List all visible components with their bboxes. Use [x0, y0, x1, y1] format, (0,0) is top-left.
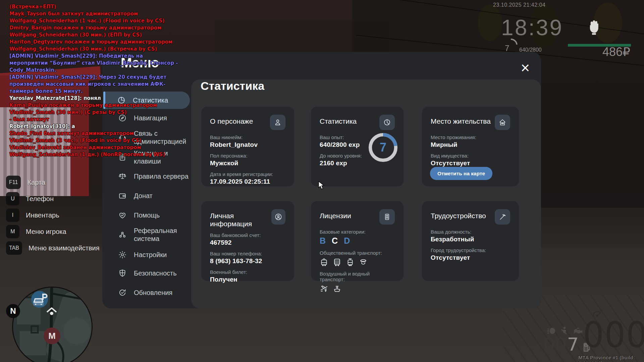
card-licenses: Лицензии Базовые категории: BCD Обществе…: [311, 201, 404, 281]
key-badge: F11: [6, 176, 21, 189]
card-title: Место жительства: [431, 117, 491, 125]
sidebar-item-updates[interactable]: Обновления: [111, 288, 195, 298]
sidebar-item-label: Помощь: [134, 211, 191, 219]
hud-clock: 18:39: [501, 15, 563, 40]
hotkey-label: Меню взаимодействия: [29, 244, 100, 252]
chat-line: [ADMIN] Vladimir_Smash[229]: Через 20 се…: [9, 74, 179, 95]
hotkey-label: Карта: [27, 179, 45, 186]
hotkey-row: MМеню игрока: [6, 225, 100, 238]
card-personal-info: Личная информация Ваш банковский счет:46…: [201, 201, 294, 281]
license-category-B: B: [320, 236, 326, 246]
metro-marker: M: [44, 327, 60, 344]
sidebar-item-label: Безопасность: [134, 269, 191, 277]
field-value: Получен: [210, 276, 285, 283]
card-title: О персонаже: [210, 117, 253, 125]
fuel-counter: 007: [543, 334, 579, 355]
field-label: Вид имущества:: [431, 153, 510, 159]
field-label: Военный билет:: [210, 269, 285, 275]
chat-line: Dmitry_Barigin посажен в тюрьму админист…: [9, 24, 179, 39]
chat-line: Robert_Ignatov[310]: а: [9, 123, 179, 130]
card-title: Статистика: [320, 117, 357, 125]
license-category-D: D: [344, 236, 350, 246]
field-label: Ваш опыт:: [320, 134, 370, 140]
chat-line: Mayk_Tayson был заткнут администратором …: [9, 10, 179, 24]
menu-content: Статистика О персонаже Ваш никнейм:Rober…: [191, 79, 541, 308]
sidebar-item-label: Правила сервера: [134, 172, 191, 180]
field-label: Ваш номер телефона:: [210, 251, 285, 256]
field-value: Отсутствует: [431, 254, 510, 261]
sidebar-item-settings[interactable]: Настройки: [111, 250, 195, 260]
hotkey-label: Меню игрока: [26, 228, 66, 236]
sidebar-item-donate[interactable]: Донат: [111, 191, 195, 201]
trolleybus-icon: [320, 258, 328, 266]
hotkey-row: IИнвентарь: [6, 208, 100, 222]
hotkey-hints: F11КартаUТелефонIИнвентарьMМеню игрокаTA…: [6, 176, 100, 258]
updates-icon: [118, 288, 127, 297]
field-label: Место проживания:: [431, 134, 510, 140]
driver-cap-icon: [359, 258, 368, 266]
sidebar-item-referral[interactable]: Реферальная система: [111, 227, 195, 243]
donate-icon: [118, 191, 127, 200]
chat-line: Hariton_Degtyarev посажен в тюрьму админ…: [9, 39, 179, 53]
card-residence: Место жительства Место проживания:Мирный…: [422, 107, 519, 186]
hotkey-label: Телефон: [26, 195, 54, 203]
key-badge: M: [6, 225, 19, 238]
field-label: Город трудоустройства:: [431, 247, 510, 253]
pie-icon: [383, 118, 391, 126]
plane-icon: [320, 284, 328, 293]
player-house-icon: [46, 306, 58, 317]
person-icon: [274, 118, 282, 126]
license-category-C: C: [332, 236, 338, 246]
server-build-label: MTA Province #1 (build: 6.12420.9): [578, 355, 644, 362]
minimap: M N: [12, 287, 93, 362]
field-label: Ваш никнейм:: [210, 134, 285, 140]
card-character: О персонаже Ваш никнейм:Robert_IgnatovПо…: [201, 107, 294, 186]
referral-icon: [118, 230, 127, 239]
mouse-cursor: [318, 181, 325, 190]
sidebar-item-rules[interactable]: Правила сервера: [111, 171, 195, 181]
field-value: 2160 exp: [320, 160, 370, 167]
hud-money: 486₽: [602, 45, 630, 59]
sidebar-item-label: Донат: [134, 192, 191, 200]
settings-icon: [118, 250, 127, 259]
hotkey-row: TABМеню взаимодействия: [6, 241, 100, 255]
minimap-circle: [12, 287, 93, 362]
air-water-label: Воздушный и водный транспорт:: [320, 271, 395, 282]
chat-line: Kama_Puulya посажен в тюрьму администрат…: [9, 102, 179, 116]
air-water-licenses: [320, 284, 395, 293]
chat-line: [ADMIN] Vladimir_Smash[229]: Победитель …: [9, 53, 179, 74]
license-categories: BCD: [320, 236, 395, 246]
house-icon: [498, 118, 506, 126]
person-circle-icon: [274, 213, 282, 221]
sidebar-item-security[interactable]: Безопасность: [111, 268, 195, 278]
sidebar-item-help[interactable]: Помощь: [111, 210, 195, 220]
key-badge: U: [6, 192, 19, 205]
rules-icon: [118, 172, 127, 181]
game-screen: { "hud": { "datetime": "23.10.2025 21:42…: [0, 0, 644, 362]
public-transport-licenses: [320, 258, 395, 266]
field-value: Мужской: [210, 160, 285, 167]
hotkey-row: F11Карта: [6, 176, 100, 189]
field-value: Мирный: [431, 141, 510, 148]
public-transport-label: Общественный транспорт:: [320, 250, 395, 256]
page-title: Статистика: [201, 79, 264, 93]
chat-line: (Встречка+ЕПТ): [9, 3, 179, 10]
field-value: Безработный: [431, 236, 510, 243]
field-label: Дата и время регистрации:: [210, 171, 285, 177]
field-value: 640/2800 exp: [320, 141, 370, 148]
chat-log: (Встречка+ЕПТ)Mayk_Tayson был заткнут ад…: [9, 3, 179, 158]
chat-line: - был заткнут: [9, 116, 179, 123]
idcard-icon: [383, 213, 391, 221]
field-label: Ваша должность:: [431, 229, 510, 235]
close-icon[interactable]: ×: [518, 61, 533, 76]
mark-on-map-button[interactable]: Отметить на карте: [430, 167, 492, 180]
pickaxe-icon: [498, 213, 506, 221]
hotkey-row: UТелефон: [6, 192, 100, 205]
field-value: 467592: [210, 239, 285, 246]
level-number: 7: [367, 131, 399, 164]
card-title: Трудоустройство: [431, 212, 486, 220]
security-icon: [118, 269, 127, 278]
compass-north-badge: N: [6, 304, 20, 318]
card-title: Лицензии: [320, 212, 351, 220]
hotkey-label: Инвентарь: [26, 212, 59, 219]
